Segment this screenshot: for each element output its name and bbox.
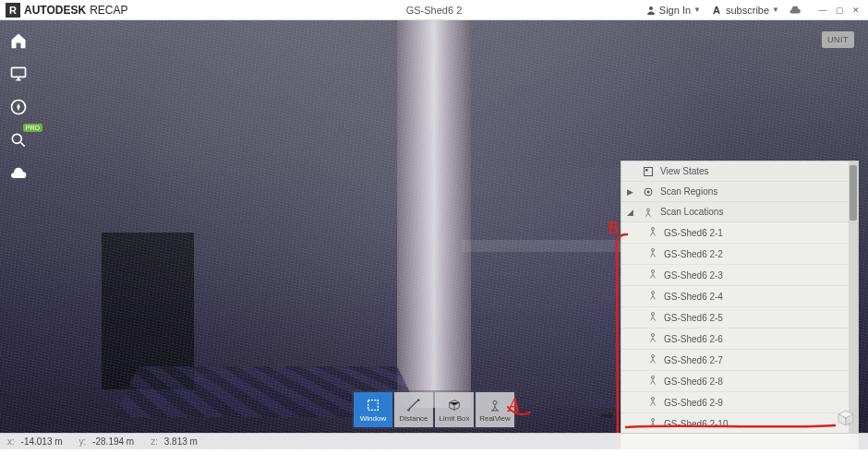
scan-location-item[interactable]: GS-Shed6 2-10 <box>621 413 849 435</box>
scan-regions-label: Scan Regions <box>660 186 717 197</box>
project-browser-panel: View States ▶ Scan Regions ◢ Scan Locati… <box>621 161 859 449</box>
scene-column <box>397 20 471 408</box>
view-states-label: View States <box>660 166 709 176</box>
view-cube[interactable] <box>835 407 857 429</box>
coord-z-value: 3.813 m <box>164 436 198 447</box>
subscribe-label: subscribe <box>726 5 769 16</box>
distance-tool-button[interactable]: Distance <box>394 392 433 427</box>
tripod-icon <box>647 353 658 366</box>
scan-item-label: GS-Shed6 2-7 <box>664 355 723 365</box>
svg-rect-8 <box>645 167 653 175</box>
brand-name: RECAP <box>90 4 127 17</box>
scan-item-label: GS-Shed6 2-4 <box>664 292 723 302</box>
scan-item-label: GS-Shed6 2-2 <box>664 249 723 259</box>
distance-tool-label: Distance <box>399 414 428 423</box>
monitor-icon <box>9 65 28 83</box>
cloud-button[interactable] <box>7 162 30 185</box>
svg-point-15 <box>652 270 655 273</box>
scan-item-label: GS-Shed6 2-5 <box>664 313 723 323</box>
coord-x-value: -14.013 m <box>21 436 63 447</box>
search-button[interactable]: PRO <box>7 129 30 151</box>
scan-locations-label: Scan Locations <box>660 207 723 217</box>
left-toolbar: PRO <box>7 30 30 185</box>
coord-y-value: -28.194 m <box>92 436 134 447</box>
expand-arrow-icon: ◢ <box>627 208 636 217</box>
scan-location-item[interactable]: GS-Shed6 2-2 <box>621 244 849 265</box>
panel-section-view-states[interactable]: View States <box>621 161 849 182</box>
project-title: GS-Shed6 2 <box>406 5 463 16</box>
signin-button[interactable]: Sign In ▼ <box>645 5 701 16</box>
close-button[interactable]: ✕ <box>850 4 862 17</box>
svg-point-13 <box>652 228 655 231</box>
svg-point-12 <box>647 209 650 211</box>
cloud-icon <box>9 164 28 183</box>
tripod-icon <box>647 417 658 430</box>
scan-location-item[interactable]: GS-Shed6 2-4 <box>621 286 849 307</box>
home-icon <box>9 31 28 50</box>
svg-point-7 <box>493 400 497 404</box>
scan-regions-icon <box>642 185 655 198</box>
brand-prefix: AUTODESK <box>24 4 86 17</box>
cloud-sync-button[interactable] <box>789 6 802 15</box>
coord-x: x: -14.013 m <box>7 436 63 447</box>
tripod-icon <box>647 375 658 388</box>
panel-section-scan-regions[interactable]: ▶ Scan Regions <box>621 182 849 202</box>
magnifier-icon <box>9 131 28 149</box>
scan-location-item[interactable]: GS-Shed6 2-8 <box>621 371 849 392</box>
svg-point-19 <box>652 355 655 358</box>
svg-point-6 <box>417 399 420 401</box>
realview-tool-button[interactable]: RealView <box>476 392 514 427</box>
coordinate-bar: x: -14.013 m y: -28.194 m z: 3.813 m <box>0 433 868 449</box>
coord-z: z: 3.813 m <box>151 436 198 447</box>
coord-z-label: z: <box>151 436 158 447</box>
scan-list: GS-Shed6 2-1GS-Shed6 2-2GS-Shed6 2-3GS-S… <box>621 222 849 435</box>
distance-icon <box>405 397 422 413</box>
scan-item-label: GS-Shed6 2-3 <box>664 270 723 281</box>
scan-item-label: GS-Shed6 2-8 <box>664 376 723 387</box>
realview-icon <box>487 397 503 413</box>
limitbox-tool-button[interactable]: Limit Box <box>435 392 474 427</box>
collapse-arrow-icon: ▶ <box>627 187 636 197</box>
svg-point-11 <box>647 190 650 193</box>
display-button[interactable] <box>7 63 30 85</box>
scan-item-label: GS-Shed6 2-6 <box>664 334 723 344</box>
scrollbar-thumb[interactable] <box>850 165 857 221</box>
scan-item-label: GS-Shed6 2-9 <box>664 398 723 408</box>
person-icon <box>645 5 657 16</box>
bottom-toolbar: Window Distance Limit Box RealView <box>352 390 516 429</box>
tripod-icon <box>647 226 658 239</box>
scan-location-item[interactable]: GS-Shed6 2-9 <box>621 392 849 413</box>
svg-point-14 <box>652 249 655 252</box>
window-tool-label: Window <box>360 414 386 423</box>
window-tool-button[interactable]: Window <box>354 392 392 427</box>
maximize-button[interactable]: ▢ <box>833 4 846 17</box>
svg-point-20 <box>652 376 655 379</box>
window-selection-icon <box>365 397 381 413</box>
chevron-down-icon: ▼ <box>693 6 701 14</box>
chevron-down-icon: ▼ <box>772 6 779 14</box>
titlebar: R AUTODESK RECAP GS-Shed6 2 Sign In ▼ A … <box>0 0 868 20</box>
scan-location-item[interactable]: GS-Shed6 2-7 <box>621 350 849 371</box>
tripod-icon <box>647 396 658 409</box>
tripod-icon <box>647 290 658 303</box>
cube-icon <box>835 407 857 429</box>
limitbox-icon <box>446 397 463 413</box>
compass-icon <box>9 98 28 116</box>
panel-section-scan-locations[interactable]: ◢ Scan Locations <box>621 202 849 222</box>
subscribe-button[interactable]: A subscribe ▼ <box>710 4 779 17</box>
scan-locations-icon <box>642 206 655 219</box>
scan-location-item[interactable]: GS-Shed6 2-6 <box>621 329 849 350</box>
scan-location-item[interactable]: GS-Shed6 2-5 <box>621 307 849 329</box>
svg-point-5 <box>407 409 410 412</box>
minimize-button[interactable]: — <box>816 4 829 17</box>
unit-chip[interactable]: UNIT <box>822 31 854 48</box>
coord-x-label: x: <box>7 436 15 447</box>
svg-rect-1 <box>12 67 26 77</box>
home-button[interactable] <box>7 30 30 52</box>
scan-location-item[interactable]: GS-Shed6 2-3 <box>621 265 849 286</box>
scan-location-item[interactable]: GS-Shed6 2-1 <box>621 222 849 244</box>
tripod-icon <box>647 247 658 260</box>
viewport[interactable]: PRO UNIT Window Distance Limit Box <box>0 20 868 449</box>
compass-button[interactable] <box>7 96 30 118</box>
limitbox-tool-label: Limit Box <box>440 414 470 423</box>
